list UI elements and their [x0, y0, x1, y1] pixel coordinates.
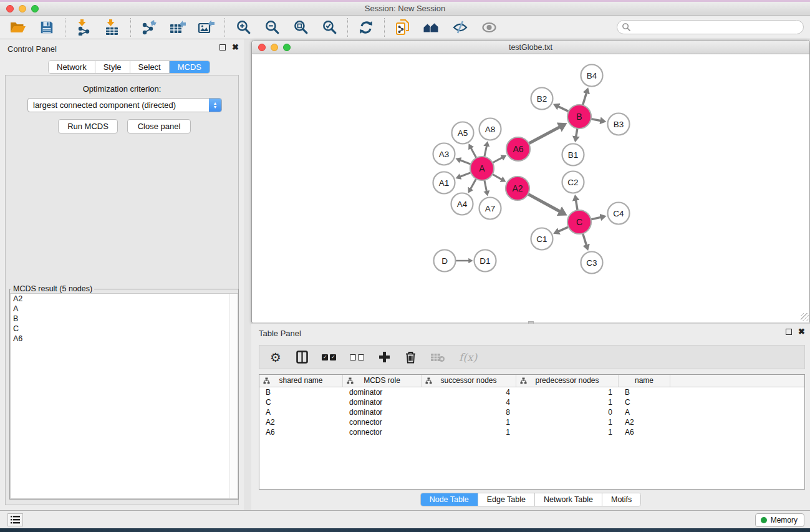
close-panel-button[interactable]: Close panel [127, 119, 191, 133]
function-builder-button[interactable]: f(x) [459, 350, 477, 365]
mcds-result-item[interactable]: A6 [11, 334, 238, 344]
column-type-icon [520, 377, 527, 384]
graph-edge-C-C3[interactable] [583, 233, 587, 246]
import-table-button[interactable] [103, 19, 122, 36]
graph-edge-B-B3[interactable] [591, 119, 602, 121]
table-cell: A6 [259, 427, 343, 437]
zoom-out-button[interactable] [263, 19, 281, 36]
graph-edge-B-B1[interactable] [576, 128, 577, 137]
graph-edge-C-C2[interactable] [576, 200, 577, 210]
graph-edge-A2-C[interactable] [528, 194, 561, 212]
column-header-shared-name[interactable]: shared name [259, 375, 343, 387]
graph-edge-B-B2[interactable] [558, 106, 569, 111]
graph-node-label: B [576, 112, 582, 122]
task-history-button[interactable] [7, 513, 23, 526]
refresh-icon [358, 19, 374, 36]
unselect-all-button[interactable] [350, 350, 364, 365]
table-cell: 8 [422, 407, 516, 417]
column-header-successor-nodes[interactable]: successor nodes [422, 375, 516, 387]
open-session-button[interactable] [9, 19, 27, 36]
table-row[interactable]: Bdominator41B [259, 387, 804, 397]
graph-edge-A-A8[interactable] [485, 145, 487, 157]
tab-network[interactable]: Network [49, 61, 95, 73]
graph-edge-A-A7[interactable] [485, 180, 487, 192]
memory-button[interactable]: Memory [755, 513, 804, 527]
minimize-network-window-button[interactable] [271, 44, 278, 51]
zoom-in-button[interactable] [234, 19, 253, 36]
network-canvas[interactable]: AA1A2A3A4A5A6A7A8BB1B2B3B4CC1C2C3C4DD1 [253, 55, 809, 322]
table-cell: 1 [516, 387, 619, 397]
import-network-button[interactable] [74, 19, 93, 36]
zoom-window-button[interactable] [31, 5, 39, 12]
tab-motifs[interactable]: Motifs [602, 493, 640, 506]
minimize-window-button[interactable] [19, 5, 26, 12]
table-row[interactable]: A2connector11A2 [259, 417, 804, 427]
memory-label: Memory [771, 516, 798, 525]
mcds-list-scrollbar[interactable] [229, 294, 238, 498]
column-header-name[interactable]: name [619, 375, 670, 387]
status-bar: Memory [0, 510, 810, 528]
checked-box-icon [330, 354, 336, 360]
zoom-network-window-button[interactable] [283, 44, 291, 51]
app-title: Session: New Session [0, 4, 810, 13]
tab-select[interactable]: Select [130, 61, 170, 73]
table-row[interactable]: Adominator80A [259, 407, 804, 417]
select-all-button[interactable] [322, 350, 336, 365]
zoom-fit-button[interactable] [291, 19, 310, 36]
search-field[interactable] [617, 20, 804, 34]
search-input[interactable] [631, 21, 803, 34]
home-view-button[interactable] [422, 19, 441, 36]
close-table-panel-icon[interactable]: ✖ [798, 329, 805, 335]
graph-edge-A-A3[interactable] [460, 160, 471, 165]
graph-edge-C-C4[interactable] [591, 217, 602, 220]
mcds-result-item[interactable]: A [11, 304, 238, 314]
graph-edge-A6-B[interactable] [529, 127, 561, 143]
add-row-button[interactable] [378, 350, 390, 365]
optimization-criterion-dropdown[interactable]: largest connected component (directed) ▲… [27, 98, 222, 112]
mcds-result-item[interactable]: C [11, 324, 238, 334]
graph-edge-A-A4[interactable] [470, 179, 476, 190]
zoom-selected-button[interactable] [320, 19, 339, 36]
delete-table-button[interactable] [430, 350, 445, 365]
run-mcds-button[interactable]: Run MCDS [58, 119, 118, 133]
float-panel-icon[interactable] [219, 44, 226, 51]
mcds-result-item[interactable]: B [11, 314, 238, 324]
mcds-result-item[interactable]: A2 [11, 294, 238, 304]
bird-eye-view-button[interactable] [480, 19, 498, 36]
table-settings-button[interactable]: ⚙ [269, 350, 282, 365]
column-label: name [635, 376, 653, 385]
column-header-MCDS-role[interactable]: MCDS role [343, 375, 422, 387]
show-columns-button[interactable] [296, 350, 308, 365]
close-window-button[interactable] [6, 5, 14, 12]
save-session-button[interactable] [37, 19, 56, 36]
graph-edge-A-A1[interactable] [460, 173, 471, 177]
graph-edge-A-A5[interactable] [471, 148, 476, 158]
graph-edge-A-A6[interactable] [493, 157, 503, 163]
copy-style-button[interactable] [393, 19, 412, 36]
export-image-button[interactable] [197, 19, 216, 36]
tab-node-table[interactable]: Node Table [421, 493, 478, 506]
float-table-panel-icon[interactable] [786, 329, 792, 335]
close-network-window-button[interactable] [258, 44, 266, 51]
tab-network-table[interactable]: Network Table [535, 493, 602, 506]
table-cell: 1 [422, 417, 516, 427]
show-hide-details-button[interactable] [451, 19, 470, 36]
export-network-button[interactable] [140, 19, 158, 36]
column-header-predecessor-nodes[interactable]: predecessor nodes [516, 375, 619, 387]
export-table-button[interactable] [168, 19, 187, 36]
graph-edge-B-B4[interactable] [583, 92, 587, 105]
close-panel-icon[interactable]: ✖ [232, 44, 239, 51]
refresh-button[interactable] [357, 19, 375, 36]
graph-edge-A-A2[interactable] [493, 174, 503, 180]
save-floppy-icon [39, 20, 54, 35]
tab-edge-table[interactable]: Edge Table [478, 493, 535, 506]
table-row[interactable]: Cdominator41C [259, 397, 804, 407]
delete-rows-button[interactable] [404, 350, 417, 365]
window-resize-grip[interactable] [801, 313, 809, 321]
table-row[interactable]: A6connector11A6 [259, 427, 804, 437]
tab-style[interactable]: Style [95, 61, 130, 73]
tab-mcds[interactable]: MCDS [170, 61, 210, 73]
table-cell: connector [343, 427, 422, 437]
graph-edge-C-C1[interactable] [558, 227, 569, 232]
control-panel-titlebar: Control Panel ✖ [0, 39, 244, 58]
